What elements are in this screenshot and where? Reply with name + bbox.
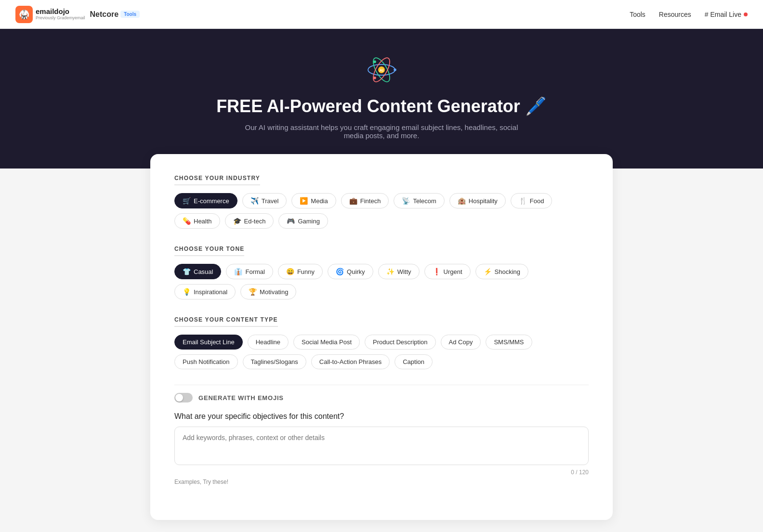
tools-pill: Tools — [120, 11, 140, 18]
content-chip-caption[interactable]: Caption — [395, 354, 433, 369]
content-chip-call-to-action-phrases[interactable]: Call-to-Action Phrases — [311, 354, 390, 369]
industry-chips: 🛒E-commerce✈️Travel▶️Media💼Fintech📡Telec… — [174, 193, 589, 229]
objectives-question: What are your specific objectives for th… — [174, 412, 589, 421]
svg-text:AI: AI — [380, 68, 383, 73]
nav-resources[interactable]: Resources — [659, 11, 691, 18]
industry-chip-gaming[interactable]: 🎮Gaming — [278, 213, 328, 229]
objectives-input[interactable] — [174, 427, 589, 465]
char-count: 0 / 120 — [174, 469, 589, 476]
examples-label: Examples, Try these! — [174, 479, 589, 485]
tone-chip-funny[interactable]: 😄Funny — [278, 264, 323, 279]
svg-point-5 — [373, 60, 376, 63]
live-dot — [744, 13, 748, 16]
svg-point-4 — [394, 68, 396, 71]
industry-chip-telecom[interactable]: 📡Telecom — [394, 193, 444, 208]
tone-chip-inspirational[interactable]: 💡Inspirational — [174, 284, 236, 299]
industry-chip-health[interactable]: 💊Health — [174, 213, 220, 229]
tone-section: CHOOSE YOUR TONE 👕Casual👔Formal😄Funny🌀Qu… — [174, 244, 589, 299]
industry-chip-food[interactable]: 🍴Food — [511, 193, 553, 208]
tone-chip-urgent[interactable]: ❗Urgent — [424, 264, 471, 279]
logo-icon: 🥋 — [15, 6, 33, 23]
logo-name: emaildojo — [36, 8, 85, 16]
tone-chip-quirky[interactable]: 🌀Quirky — [328, 264, 373, 279]
tone-label: CHOOSE YOUR TONE — [174, 246, 244, 256]
content-chip-product-description[interactable]: Product Description — [365, 335, 435, 350]
netcore-name: Netcore — [90, 10, 119, 19]
svg-point-6 — [373, 77, 376, 79]
content-type-section: CHOOSE YOUR CONTENT TYPE Email Subject L… — [174, 315, 589, 369]
industry-chip-e-commerce[interactable]: 🛒E-commerce — [174, 193, 237, 208]
tone-chip-motivating[interactable]: 🏆Motivating — [240, 284, 296, 299]
emoji-toggle-label: GENERATE WITH EMOJIS — [198, 394, 284, 402]
logo-text: emaildojo Previously Grademyemail — [36, 8, 85, 20]
netcore-badge: Netcore Tools — [90, 10, 140, 19]
content-type-label: CHOOSE YOUR CONTENT TYPE — [174, 316, 278, 327]
industry-section: CHOOSE YOUR INDUSTRY 🛒E-commerce✈️Travel… — [174, 173, 589, 229]
ai-atom-icon: AI — [365, 53, 398, 87]
content-chip-headline[interactable]: Headline — [248, 335, 289, 350]
emoji-toggle-row: GENERATE WITH EMOJIS — [174, 393, 589, 402]
content-chip-taglines-slogans[interactable]: Taglines/Slogans — [243, 354, 306, 369]
nav-tools[interactable]: Tools — [630, 11, 645, 18]
content-chip-email-subject-line[interactable]: Email Subject Line — [174, 335, 243, 350]
objectives-section: What are your specific objectives for th… — [174, 412, 589, 485]
industry-chip-fintech[interactable]: 💼Fintech — [341, 193, 389, 208]
tone-chip-formal[interactable]: 👔Formal — [226, 264, 273, 279]
navbar-right: Tools Resources # Email Live — [630, 11, 748, 18]
industry-chip-media[interactable]: ▶️Media — [291, 193, 336, 208]
tone-chip-shocking[interactable]: ⚡Shocking — [475, 264, 528, 279]
tone-chips: 👕Casual👔Formal😄Funny🌀Quirky✨Witty❗Urgent… — [174, 264, 589, 299]
industry-label: CHOOSE YOUR INDUSTRY — [174, 175, 260, 185]
content-type-chips: Email Subject LineHeadlineSocial Media P… — [174, 335, 589, 369]
navbar: 🥋 emaildojo Previously Grademyemail Netc… — [0, 0, 763, 29]
nav-email-live[interactable]: # Email Live — [705, 11, 748, 18]
content-chip-social-media-post[interactable]: Social Media Post — [293, 335, 360, 350]
hero-title: FREE AI-Powered Content Generator 🖊️ — [10, 96, 753, 117]
content-chip-sms-mms[interactable]: SMS/MMS — [486, 335, 532, 350]
objectives-textarea-wrap — [174, 427, 589, 467]
emoji-toggle[interactable] — [174, 393, 193, 402]
hero-subtitle: Our AI writing assistant helps you craft… — [237, 123, 526, 140]
tone-chip-witty[interactable]: ✨Witty — [378, 264, 420, 279]
logo-subtext: Previously Grademyemail — [36, 16, 85, 21]
navbar-left: 🥋 emaildojo Previously Grademyemail Netc… — [15, 6, 140, 23]
toggle-thumb — [175, 394, 183, 402]
tone-chip-casual[interactable]: 👕Casual — [174, 264, 221, 279]
industry-chip-travel[interactable]: ✈️Travel — [242, 193, 287, 208]
hero-section: AI FREE AI-Powered Content Generator 🖊️ … — [0, 29, 763, 169]
main-card: CHOOSE YOUR INDUSTRY 🛒E-commerce✈️Travel… — [150, 154, 613, 520]
logo: 🥋 emaildojo Previously Grademyemail — [15, 6, 85, 23]
content-chip-push-notification[interactable]: Push Notification — [174, 354, 238, 369]
content-chip-ad-copy[interactable]: Ad Copy — [441, 335, 481, 350]
industry-chip-ed-tech[interactable]: 🎓Ed-tech — [225, 213, 274, 229]
industry-chip-hospitality[interactable]: 🏨Hospitality — [449, 193, 506, 208]
